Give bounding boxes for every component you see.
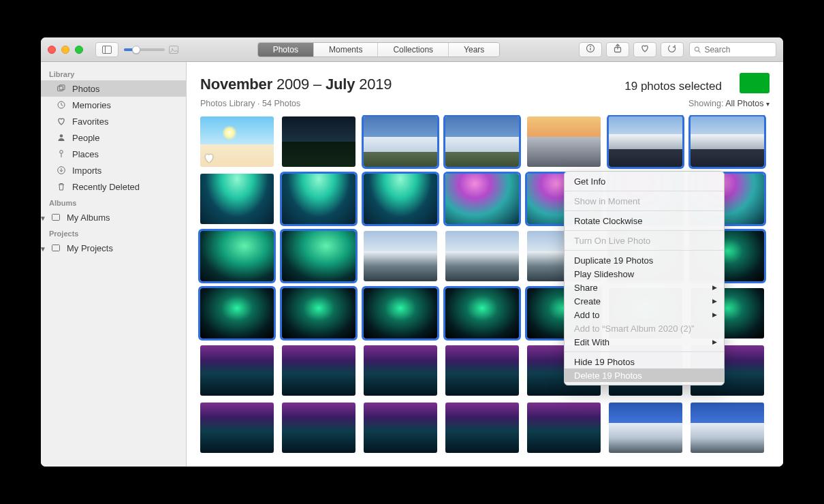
svg-point-8 (695, 47, 699, 51)
share-icon (613, 44, 622, 55)
photo-thumbnail[interactable] (200, 174, 274, 224)
photo-thumbnail[interactable] (527, 116, 601, 167)
view-segmented-control[interactable]: PhotosMomentsCollectionsYears (257, 42, 501, 57)
menu-separator (565, 230, 724, 231)
photo-thumbnail[interactable] (282, 116, 355, 167)
sidebar-item-label: Photos (72, 84, 99, 94)
sidebar-item-favorites[interactable]: Favorites (41, 113, 186, 129)
chevron-down-icon[interactable]: ▼ (41, 215, 46, 222)
sidebar-item-places[interactable]: Places (41, 146, 186, 162)
photo-thumbnail[interactable] (445, 174, 519, 224)
sidebar-item-label: Places (72, 149, 99, 159)
svg-point-5 (590, 46, 591, 47)
menu-item-edit-with[interactable]: Edit With (565, 335, 724, 349)
menu-item-share[interactable]: Share (565, 281, 724, 294)
photo-thumbnail[interactable] (364, 231, 437, 281)
menu-item-play-slideshow[interactable]: Play Slideshow (565, 267, 724, 281)
menu-item-get-info[interactable]: Get Info (565, 174, 724, 188)
photo-thumbnail[interactable] (364, 288, 437, 338)
menu-item-duplicate-19-photos[interactable]: Duplicate 19 Photos (565, 253, 724, 267)
photo-thumbnail[interactable] (527, 403, 601, 453)
header-selection-thumbnail[interactable] (740, 73, 770, 93)
photo-thumbnail[interactable] (282, 231, 355, 281)
collection-header: November 2009 – July 2019 19 photos sele… (187, 62, 783, 97)
menu-item-rotate-clockwise[interactable]: Rotate Clockwise (565, 214, 724, 227)
photo-thumbnail[interactable] (364, 174, 437, 224)
sidebar-item-imports[interactable]: Imports (41, 162, 186, 178)
photo-thumbnail[interactable] (445, 231, 519, 281)
photo-thumbnail[interactable] (200, 403, 274, 453)
thumbnail-size-slider[interactable] (124, 46, 178, 54)
menu-separator (565, 351, 724, 352)
main-pane: November 2009 – July 2019 19 photos sele… (187, 62, 783, 467)
photo-thumbnail[interactable] (691, 116, 764, 167)
slider-track[interactable] (124, 48, 165, 51)
menu-separator (565, 250, 724, 251)
photo-thumbnail[interactable] (364, 403, 437, 453)
view-tab-moments[interactable]: Moments (313, 43, 377, 57)
search-field[interactable] (689, 42, 776, 57)
menu-item-create[interactable]: Create (565, 294, 724, 308)
photo-thumbnail[interactable] (200, 116, 274, 167)
sidebar-item-label: Favorites (72, 116, 108, 127)
sidebar-section-title: Projects (41, 225, 186, 240)
photo-thumbnail[interactable] (691, 403, 764, 453)
chevron-down-icon[interactable]: ▼ (41, 245, 46, 253)
sidebar-item-label: Memories (72, 100, 111, 110)
photo-thumbnail[interactable] (364, 116, 437, 167)
photo-thumbnail[interactable] (445, 403, 519, 453)
menu-item-add-to-smart-album-2020-2: Add to “Smart Album 2020 (2)” (565, 321, 724, 335)
svg-line-9 (699, 50, 701, 52)
person-icon (56, 133, 67, 142)
sidebar: LibraryPhotosMemoriesFavoritesPeoplePlac… (41, 62, 187, 467)
photo-thumbnail[interactable] (445, 116, 519, 167)
sidebar-item-people[interactable]: People (41, 129, 186, 146)
showing-filter-dropdown[interactable]: Showing: All Photos (688, 99, 770, 108)
sidebar-item-my-albums[interactable]: ▼My Albums (41, 209, 186, 225)
photo-thumbnail[interactable] (200, 288, 274, 338)
photo-thumbnail[interactable] (364, 345, 437, 396)
minimize-window-button[interactable] (61, 46, 69, 54)
svg-point-13 (60, 134, 63, 138)
photo-thumbnail[interactable] (445, 288, 519, 338)
window-controls (48, 46, 83, 54)
stack-icon (56, 84, 67, 93)
menu-item-delete-19-photos[interactable]: Delete 19 Photos (565, 368, 724, 382)
view-tab-photos[interactable]: Photos (258, 43, 313, 57)
sidebar-item-label: People (72, 133, 99, 143)
selection-count-label: 19 photos selected (624, 80, 722, 93)
photo-thumbnail[interactable] (200, 231, 274, 281)
photo-thumbnail[interactable] (200, 345, 274, 396)
share-button[interactable] (606, 42, 629, 57)
menu-item-add-to[interactable]: Add to (565, 308, 724, 321)
photo-thumbnail[interactable] (282, 403, 355, 453)
rotate-button[interactable] (661, 42, 684, 57)
close-window-button[interactable] (48, 46, 56, 54)
view-tab-years[interactable]: Years (448, 43, 499, 57)
heart-icon (640, 44, 650, 55)
photo-thumbnail[interactable] (445, 345, 519, 396)
photo-thumbnail[interactable] (609, 116, 682, 167)
photo-thumbnail[interactable] (282, 174, 355, 224)
menu-item-hide-19-photos[interactable]: Hide 19 Photos (565, 355, 724, 368)
sidebar-item-recently-deleted[interactable]: Recently Deleted (41, 178, 186, 195)
sidebar-item-my-projects[interactable]: ▼My Projects (41, 240, 186, 256)
pin-icon (56, 149, 67, 159)
search-input[interactable] (704, 45, 772, 54)
photo-thumbnail[interactable] (282, 288, 355, 338)
sidebar-item-memories[interactable]: Memories (41, 97, 186, 113)
heart-button[interactable] (633, 42, 656, 57)
menu-item-turn-on-live-photo: Turn On Live Photo (565, 234, 724, 247)
sidebar-toggle-button[interactable] (95, 42, 118, 57)
date-range-title: November 2009 – July 2019 (200, 76, 614, 93)
info-button[interactable] (579, 42, 602, 57)
album-icon (50, 244, 61, 252)
thumbnail-large-icon (169, 46, 178, 54)
view-tab-collections[interactable]: Collections (377, 43, 448, 57)
photo-thumbnail[interactable] (609, 403, 682, 453)
sidebar-item-photos[interactable]: Photos (41, 80, 186, 97)
sidebar-icon (102, 46, 112, 54)
zoom-window-button[interactable] (75, 46, 83, 54)
slider-knob[interactable] (132, 46, 140, 54)
photo-thumbnail[interactable] (282, 345, 355, 396)
